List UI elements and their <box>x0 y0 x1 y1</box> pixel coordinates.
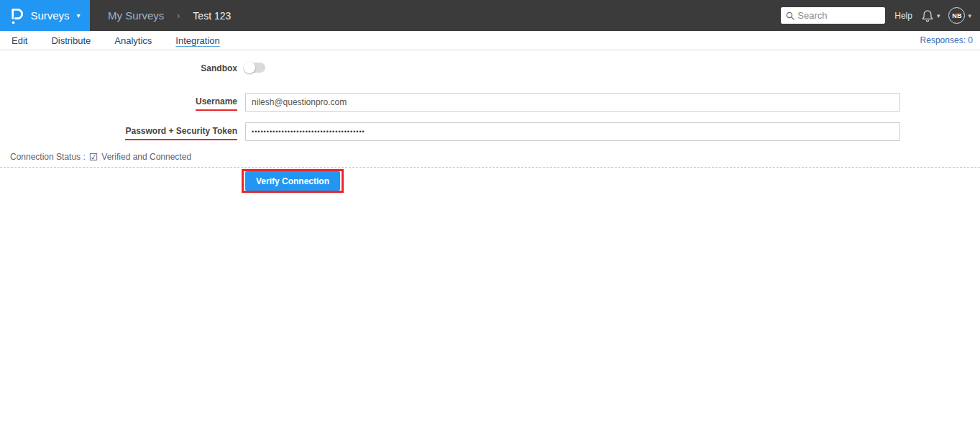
password-row: Password + Security Token <box>0 122 980 141</box>
connection-status-value: Verified and Connected <box>101 152 191 162</box>
sandbox-label: Sandbox <box>201 63 237 73</box>
top-header-bar: Surveys ▾ My Surveys › Test 123 Help ▾ N… <box>0 0 980 31</box>
toggle-knob <box>244 62 255 73</box>
account-menu-button[interactable]: NB ▾ <box>948 7 971 24</box>
surveys-menu-label: Surveys <box>30 9 69 22</box>
sandbox-toggle[interactable] <box>245 63 265 73</box>
checked-checkbox-icon: ☑ <box>89 151 99 163</box>
questionpro-logo-icon <box>9 6 24 25</box>
verify-connection-button[interactable]: Verify Connection <box>245 171 340 191</box>
chevron-down-icon: ▾ <box>77 12 81 19</box>
connection-status: Connection Status : ☑ Verified and Conne… <box>10 151 980 163</box>
breadcrumb: My Surveys › Test 123 <box>108 9 231 22</box>
password-input[interactable] <box>245 122 900 141</box>
search-icon <box>786 12 794 20</box>
header-right-controls: Help ▾ NB ▾ <box>781 7 971 24</box>
chevron-down-icon: ▾ <box>968 12 971 19</box>
integration-form: Sandbox Username Password + Security Tok… <box>0 61 980 193</box>
connection-status-label: Connection Status : <box>10 152 86 162</box>
tab-analytics[interactable]: Analytics <box>114 35 152 46</box>
notifications-button[interactable]: ▾ <box>921 9 940 23</box>
bell-icon <box>921 9 934 23</box>
avatar: NB <box>948 7 965 24</box>
breadcrumb-current-survey: Test 123 <box>193 10 231 22</box>
search-input[interactable] <box>797 10 880 21</box>
password-label: Password + Security Token <box>125 126 237 140</box>
responses-count[interactable]: Responses: 0 <box>920 35 973 45</box>
dashed-divider <box>0 167 980 168</box>
chevron-down-icon: ▾ <box>937 12 940 19</box>
username-label: Username <box>196 96 237 111</box>
username-input[interactable] <box>245 93 900 112</box>
help-link[interactable]: Help <box>894 11 912 21</box>
username-row: Username <box>0 93 980 112</box>
search-box[interactable] <box>781 7 885 24</box>
breadcrumb-my-surveys-link[interactable]: My Surveys <box>108 9 164 22</box>
tab-edit[interactable]: Edit <box>12 35 27 46</box>
survey-tab-bar: Edit Distribute Analytics Integration Re… <box>0 31 980 50</box>
annotation-highlight-box: Verify Connection <box>242 169 344 193</box>
tab-integration[interactable]: Integration <box>175 35 219 46</box>
breadcrumb-separator-icon: › <box>177 11 180 21</box>
sandbox-row: Sandbox <box>0 61 980 74</box>
surveys-menu-button[interactable]: Surveys ▾ <box>0 0 90 31</box>
tab-distribute[interactable]: Distribute <box>51 35 91 46</box>
